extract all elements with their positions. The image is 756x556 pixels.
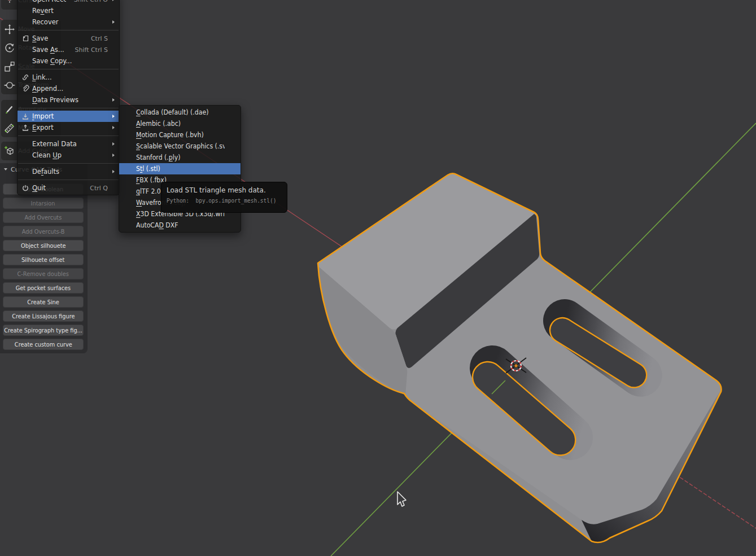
menu-item-label: Stanford (.ply) [136,154,225,161]
file-menu-item-data-previews[interactable]: Data Previews [18,94,119,106]
sidebar-button-create-lissajous-figure[interactable]: Create Lissajous figure [3,310,84,322]
menu-separator [18,135,119,136]
save-icon [20,34,31,43]
menu-item-shortcut: Shift Ctrl O [74,0,108,3]
menu-item-label: External Data [32,140,108,148]
button-label: Create Sine [27,299,59,305]
export-icon [20,123,31,132]
file-menu-item-external-data[interactable]: External Data [18,138,119,150]
sidebar-button-c-remove-doubles: C-Remove doubles [3,268,84,279]
menu-item-label: Link... [32,73,108,81]
menu-item-label: Scalable Vector Graphics (.svg) [136,142,225,150]
panel-collapse-icon [4,168,7,170]
file-menu-item-save-as[interactable]: Save As...Shift Ctrl S [18,44,119,55]
menu-separator [18,69,119,69]
menu-item-label: Stl (.stl) [136,165,225,173]
sidebar-button-get-pocket-surfaces[interactable]: Get pocket surfaces [3,282,84,294]
tooltip-description: Load STL triangle mesh data. [167,186,287,194]
file-menu-item-recover[interactable]: Recover [18,16,119,28]
menu-item-label: Append... [32,85,108,93]
import-item-ply[interactable]: Stanford (.ply) [119,152,241,163]
import-icon [20,112,31,121]
file-menu-item-defaults[interactable]: Defaults [18,166,119,177]
file-menu-item-save-copy[interactable]: Save Copy... [18,55,119,67]
button-label: Create custom curve [15,341,72,348]
stl-model[interactable] [318,173,722,542]
sidebar-button-add-overcuts-b: Add Overcuts-B [3,226,84,237]
menu-item-label: AutoCAD DXF [136,221,225,229]
file-menu-item-save[interactable]: SaveCtrl S [18,33,119,44]
axis-line-x-red-far [675,474,756,528]
menu-item-label: Revert [32,7,108,15]
link-icon [20,73,31,82]
import-item-svg[interactable]: Scalable Vector Graphics (.svg) [119,141,241,152]
menu-item-label: Export [32,124,108,132]
add-cube-icon [1,145,18,157]
button-label: Object silhouete [21,242,66,249]
icon-spacer [20,6,31,15]
submenu-arrow-icon [112,0,115,1]
icon-spacer [20,95,31,104]
menu-item-shortcut: Ctrl S [91,35,108,42]
button-label: C-Remove doubles [18,270,69,277]
file-menu-item-quit[interactable]: QuitCtrl Q [18,182,119,194]
tooltip: Load STL triangle mesh data. Python: bpy… [161,182,287,213]
menu-item-shortcut: Shift Ctrl S [75,46,108,54]
file-menu-item-open-recent[interactable]: Open RecentShift Ctrl O [18,0,119,5]
annotate-icon [1,103,18,116]
import-item-alembic[interactable]: Alembic (.abc) [119,118,241,129]
submenu-arrow-icon [112,98,115,102]
menu-separator [18,108,119,108]
transform-icon [1,79,18,91]
sidebar-button-silhouete-offset[interactable]: Silhouete offset [3,254,84,265]
menu-separator [18,163,119,164]
tooltip-python: Python: bpy.ops.import_mesh.stl() [167,198,276,204]
button-label: Create Lissajous figure [12,313,75,319]
menu-separator [18,30,119,30]
submenu-arrow-icon [112,20,115,24]
file-menu-item-link[interactable]: Link... [18,72,119,83]
sidebar-button-create-spirograph-type-fig[interactable]: Create Spirograph type fig... [3,325,84,336]
menu-item-label: Defaults [32,168,108,176]
menu-item-label: Quit [32,184,82,192]
sidebar-button-intarsion: Intarsion [3,198,84,209]
file-menu-item-revert[interactable]: Revert [18,5,119,16]
import-item-collada[interactable]: Collada (Default) (.dae) [119,107,241,118]
sidebar-button-create-sine[interactable]: Create Sine [3,296,84,308]
menu-separator [18,180,119,180]
icon-spacer [20,0,31,4]
file-menu-item-export[interactable]: Export [18,122,119,133]
file-menu-item-clean-up[interactable]: Clean Up [18,150,119,161]
import-item-dxf[interactable]: AutoCAD DXF [119,220,241,231]
file-menu: Open RecentShift Ctrl ORevertRecoverSave… [17,0,120,195]
menu-item-shortcut: Ctrl Q [90,185,108,192]
sidebar-button-object-silhouete[interactable]: Object silhouete [3,240,84,251]
menu-item-label: Data Previews [32,96,108,104]
move-icon [1,23,18,36]
cursor-icon [1,0,18,7]
sidebar-button-create-custom-curve[interactable]: Create custom curve [3,339,84,350]
button-label: Add Overcuts-B [22,228,65,235]
scale-icon [1,60,18,73]
icon-spacer [20,139,31,148]
icon-spacer [20,167,31,176]
mouse-pointer [394,489,410,509]
submenu-arrow-icon [112,142,115,146]
import-item-stl[interactable]: Stl (.stl) [119,163,241,174]
import-item-bvh[interactable]: Motion Capture (.bvh) [119,129,241,141]
file-menu-item-append[interactable]: Append... [18,83,119,94]
menu-item-label: Clean Up [32,151,108,159]
sidebar-button-add-overcuts: Add Overcuts [3,212,84,223]
quit-icon [20,183,31,192]
submenu-arrow-icon [112,126,115,129]
menu-item-label: Alembic (.abc) [136,120,225,128]
menu-item-label: Save As... [32,46,67,54]
button-label: Silhouete offset [21,256,65,263]
measure-icon [1,122,18,134]
file-menu-item-import[interactable]: Import [18,111,119,122]
menu-item-label: Collada (Default) (.dae) [136,108,225,116]
menu-item-label: Save [32,34,83,42]
submenu-arrow-icon [112,170,115,173]
menu-item-label: Recover [32,18,108,26]
button-label: Create Spirograph type fig... [4,327,82,334]
